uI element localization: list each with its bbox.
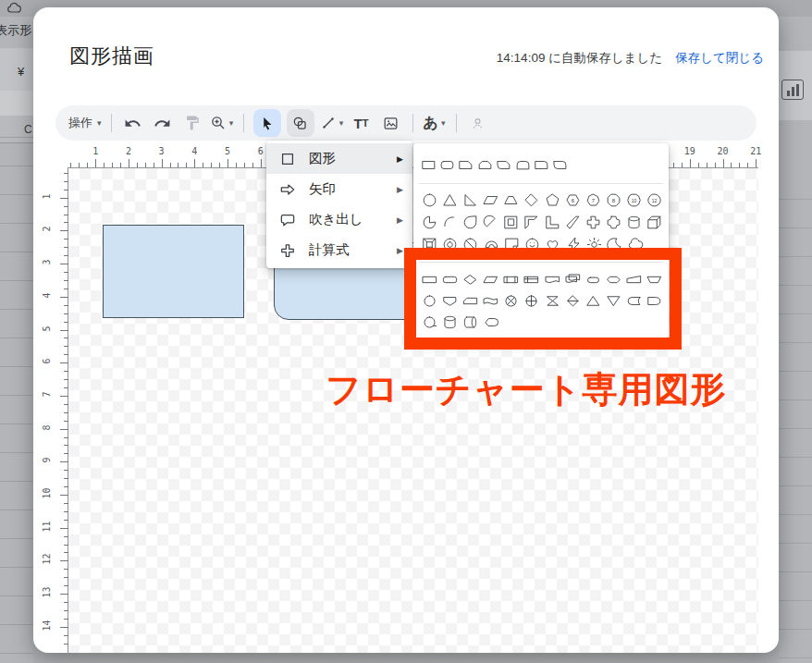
- shape-option-diagonal-stripe-icon[interactable]: [562, 214, 583, 231]
- shape-option-hexagon-icon[interactable]: 6: [562, 191, 583, 209]
- shape-option-decagon-icon[interactable]: 10: [624, 191, 645, 209]
- annotation-label: フローチャート専用図形: [326, 366, 726, 413]
- ruler-tick: [64, 644, 68, 645]
- ruler-tick: [64, 272, 68, 273]
- vertical-ruler: [68, 167, 68, 653]
- shape-option-cylinder-icon[interactable]: [624, 214, 645, 231]
- shape-option-snip-top-corners-icon[interactable]: [475, 156, 494, 174]
- wordart-icon: あ: [424, 114, 438, 133]
- shape-option-frame-icon[interactable]: [501, 214, 522, 231]
- shape-option-corner-icon[interactable]: [542, 214, 562, 231]
- sheet-row-line: [0, 510, 33, 510]
- shape-option-right-triangle-icon[interactable]: [460, 191, 480, 209]
- ruler-number: 1: [42, 189, 52, 203]
- chevron-down-icon: ▾: [229, 118, 234, 128]
- shape-option-heptagon-icon[interactable]: 7: [583, 191, 603, 209]
- ruler-tick: [723, 159, 724, 167]
- shape-option-teardrop-icon[interactable]: [460, 214, 480, 231]
- ruler-tick: [682, 163, 683, 167]
- shape-option-arc-icon[interactable]: [439, 214, 460, 231]
- ruler-tick: [64, 470, 68, 471]
- text-tool-button[interactable]: TT: [350, 109, 374, 137]
- shape-option-dodecagon-icon[interactable]: 12: [645, 191, 665, 209]
- shape-option-rect-icon[interactable]: [419, 156, 437, 174]
- shape-option-circle-icon[interactable]: [419, 191, 439, 209]
- ruler-tick: [186, 163, 187, 167]
- actions-menu-button[interactable]: 操作 ▾: [68, 109, 102, 137]
- ruler-tick: [673, 163, 674, 167]
- menu-item-shapes[interactable]: 図形▶: [266, 143, 412, 174]
- menu-item-callouts[interactable]: 吹き出し▶: [266, 204, 412, 235]
- save-and-close-button[interactable]: 保存して閉じる: [675, 50, 764, 67]
- submenu-arrow-icon: ▶: [397, 185, 403, 194]
- sheet-row-line: [0, 223, 33, 224]
- ruler-tick: [64, 371, 68, 372]
- svg-text:7: 7: [592, 197, 595, 203]
- canvas-rectangle-shape[interactable]: [103, 225, 244, 318]
- paint-format-icon: [184, 115, 201, 131]
- ruler-tick: [211, 163, 212, 167]
- menu-item-arrows[interactable]: 矢印▶: [266, 174, 412, 204]
- save-status-row: 14:14:09 に自動保存しました 保存して閉じる: [497, 50, 764, 67]
- svg-text:10: 10: [632, 197, 637, 203]
- shape-row: [417, 151, 665, 178]
- shape-option-cross-icon[interactable]: [583, 214, 603, 231]
- comment-button[interactable]: [466, 109, 490, 137]
- currency-format-button[interactable]: ¥: [18, 65, 24, 79]
- line-icon: [320, 115, 337, 131]
- shape-option-parallelogram-icon[interactable]: [481, 191, 501, 209]
- shape-option-trapezoid-icon[interactable]: [501, 191, 522, 209]
- shape-tool-button[interactable]: [287, 109, 314, 137]
- ruler-tick: [60, 528, 68, 529]
- ruler-tick: [145, 163, 146, 167]
- select-tool-button[interactable]: [253, 109, 281, 137]
- ruler-tick: [64, 305, 68, 306]
- ruler-tick: [64, 322, 68, 323]
- ruler-tick: [64, 503, 68, 504]
- ruler-tick: [60, 495, 68, 496]
- ruler-tick: [60, 330, 68, 331]
- ruler-number: 2: [121, 146, 136, 156]
- shape-option-half-frame-icon[interactable]: [522, 214, 542, 231]
- shape-option-round-top-corners-icon[interactable]: [513, 156, 532, 174]
- shape-option-plaque-icon[interactable]: [604, 214, 624, 231]
- zoom-button[interactable]: ▾: [210, 109, 234, 137]
- chevron-down-icon: ▾: [339, 118, 344, 128]
- shape-option-cube-icon[interactable]: [645, 214, 665, 231]
- line-tool-button[interactable]: ▾: [320, 109, 344, 137]
- ruler-tick: [64, 610, 68, 611]
- sheet-row-line: [0, 366, 33, 367]
- shape-option-chord-icon[interactable]: [481, 214, 501, 231]
- ruler-number: 4: [42, 288, 52, 302]
- wordart-button[interactable]: あ ▾: [423, 109, 447, 137]
- shape-option-round-rect-icon[interactable]: [437, 156, 456, 174]
- submenu-arrow-icon: ▶: [397, 154, 403, 164]
- ruler-tick: [64, 239, 68, 239]
- toolbar-divider: [243, 114, 244, 132]
- shape-option-round-corner-icon[interactable]: [532, 156, 550, 174]
- shape-option-round-diagonal-corners-icon[interactable]: [551, 156, 570, 174]
- shape-option-pentagon-icon[interactable]: [542, 191, 562, 209]
- shape-option-snip-round-corner-icon[interactable]: [495, 156, 513, 174]
- insert-image-button[interactable]: [379, 109, 403, 137]
- ruler-tick: [203, 163, 203, 167]
- svg-text:8: 8: [612, 197, 616, 203]
- undo-button[interactable]: [121, 109, 145, 137]
- ruler-tick: [715, 163, 716, 167]
- sheet-row-line: [779, 399, 812, 400]
- ruler-tick: [60, 362, 68, 363]
- column-header-c: C: [24, 123, 32, 136]
- ruler-tick: [64, 536, 68, 537]
- ruler-tick: [64, 387, 68, 388]
- sheet-row-line: [779, 457, 812, 458]
- shape-option-diamond-icon[interactable]: [522, 191, 542, 209]
- paint-format-button[interactable]: [180, 109, 204, 137]
- shape-option-snip-corner-icon[interactable]: [457, 156, 475, 174]
- shape-option-octagon-icon[interactable]: 8: [604, 191, 624, 209]
- shape-option-pie-icon[interactable]: [419, 214, 439, 231]
- shape-option-triangle-icon[interactable]: [439, 191, 460, 209]
- redo-button[interactable]: [151, 109, 175, 137]
- menu-item-equation[interactable]: 計算式▶: [266, 235, 412, 265]
- ruler-tick: [64, 585, 68, 586]
- ruler-number: 5: [42, 321, 52, 336]
